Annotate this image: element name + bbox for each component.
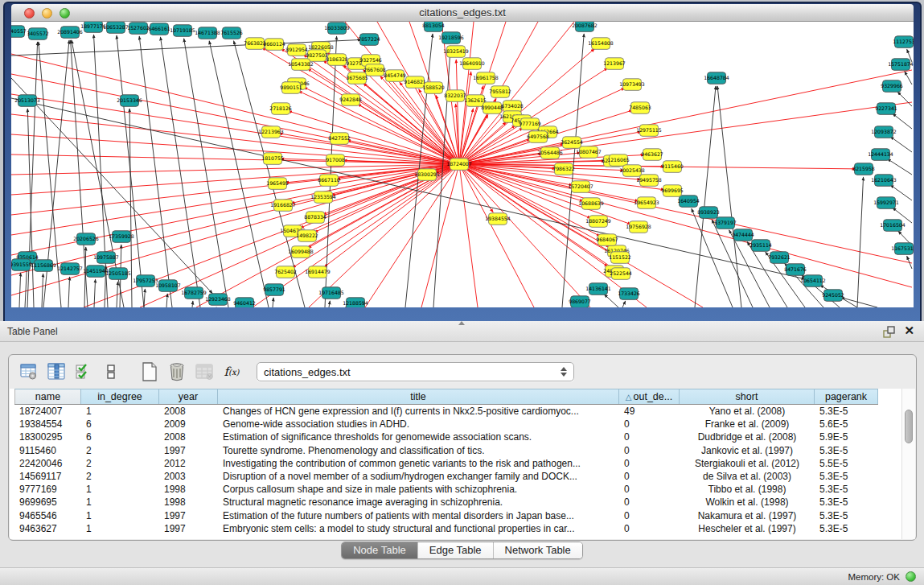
- graph-node[interactable]: 1213967: [603, 58, 626, 70]
- table-settings-icon[interactable]: [18, 361, 39, 382]
- graph-node[interactable]: 6734028: [501, 101, 524, 113]
- graph-node[interactable]: 12505185: [105, 268, 131, 280]
- graph-node[interactable]: 9474444: [732, 229, 754, 241]
- graph-node[interactable]: 18325419: [443, 46, 469, 58]
- table-row[interactable]: 1938455462009Genome-wide association stu…: [14, 418, 878, 431]
- graph-node[interactable]: 8186328: [326, 54, 348, 66]
- graph-node[interactable]: 12923468: [205, 294, 231, 306]
- graph-node[interactable]: 7932621: [768, 252, 791, 264]
- graph-node[interactable]: 3405572: [27, 28, 49, 40]
- graph-node[interactable]: 8427552: [328, 133, 351, 145]
- graph-node[interactable]: 8912954: [285, 44, 308, 56]
- graph-node[interactable]: 9242848: [339, 94, 362, 106]
- graph-node[interactable]: 10654112: [800, 275, 826, 287]
- graph-node[interactable]: 9460412: [233, 298, 256, 307]
- graph-node[interactable]: 1640954: [677, 196, 700, 207]
- graph-node[interactable]: 16914479: [305, 266, 331, 278]
- graph-node[interactable]: 1527602: [127, 23, 150, 35]
- graph-node[interactable]: 12142757: [57, 263, 83, 275]
- graph-node[interactable]: 9227341: [875, 103, 897, 115]
- graph-node[interactable]: 8813054: [422, 22, 445, 31]
- graph-node[interactable]: 19166827: [270, 200, 296, 211]
- graph-node[interactable]: 1965495: [266, 178, 289, 190]
- graph-node[interactable]: 7485063: [629, 102, 651, 114]
- graph-node[interactable]: 12213963: [258, 126, 284, 138]
- column-header-title[interactable]: title: [218, 389, 619, 404]
- graph-node[interactable]: 18977176: [80, 22, 106, 32]
- graph-node[interactable]: 11675312: [891, 243, 914, 255]
- graph-node[interactable]: 8667110: [318, 175, 340, 187]
- scrollbar-thumb[interactable]: [905, 410, 913, 443]
- graph-node[interactable]: 9699695: [661, 185, 684, 197]
- graph-node[interactable]: 16210643: [871, 175, 897, 187]
- zoom-window-button[interactable]: [60, 8, 70, 19]
- graph-node[interactable]: 20087682: [572, 22, 598, 31]
- graph-node[interactable]: 10543382: [288, 59, 314, 71]
- graph-node[interactable]: 14136141: [585, 283, 611, 295]
- graph-node[interactable]: 20153346: [117, 95, 142, 107]
- table-row[interactable]: 946554611997Estimation of the future num…: [14, 509, 878, 522]
- graph-node[interactable]: 1940557: [11, 26, 27, 38]
- graph-node[interactable]: 6466161: [148, 23, 170, 35]
- graph-node[interactable]: 18300295: [414, 169, 440, 181]
- graph-node[interactable]: 9684067: [596, 234, 618, 246]
- column-header-in_degree[interactable]: in_degree: [81, 389, 159, 404]
- graph-node[interactable]: 8454749: [384, 70, 406, 82]
- table-row[interactable]: 1872400712008Changes of HCN gene express…: [14, 405, 878, 418]
- graph-node[interactable]: 2667608: [363, 64, 386, 76]
- graph-node[interactable]: 15751874: [888, 59, 914, 71]
- column-header-name[interactable]: name: [14, 389, 81, 404]
- graph-node[interactable]: 12188594: [343, 298, 368, 307]
- graph-node[interactable]: 19654923: [634, 197, 659, 208]
- table-row[interactable]: 977716911998Corpus callosum shape and si…: [14, 483, 878, 496]
- graph-node[interactable]: 14671388: [195, 27, 220, 39]
- graph-node[interactable]: 9777169: [519, 118, 541, 130]
- graph-node[interactable]: 8990448: [481, 102, 503, 114]
- graph-node[interactable]: 2935114: [749, 240, 772, 252]
- tab-node-table[interactable]: Node Table: [342, 542, 418, 558]
- graph-node[interactable]: 17957253: [133, 275, 158, 287]
- table-row[interactable]: 946362711997Embryonic stem cells: a mode…: [14, 522, 878, 535]
- pane-resize-handle-icon[interactable]: [457, 320, 466, 326]
- graph-node[interactable]: 16648784: [704, 72, 729, 84]
- delete-trash-icon[interactable]: [166, 361, 187, 382]
- graph-node[interactable]: 10653287: [103, 22, 129, 33]
- column-header-year[interactable]: year: [159, 389, 218, 404]
- minimize-window-button[interactable]: [42, 8, 52, 19]
- graph-node[interactable]: 20206526: [73, 233, 99, 245]
- window-title-bar[interactable]: citations_edges.txt: [11, 4, 914, 22]
- graph-node[interactable]: 20513073: [14, 95, 40, 107]
- graph-node[interactable]: 8322037: [444, 90, 466, 102]
- graph-node[interactable]: 3624554: [561, 137, 583, 149]
- graph-node[interactable]: 16033809: [324, 23, 350, 35]
- graph-node[interactable]: 1810755: [261, 153, 284, 165]
- graph-node[interactable]: 10973493: [619, 79, 645, 91]
- graph-node[interactable]: 9660124: [263, 39, 285, 51]
- table-row[interactable]: 969969511998Structural magnetic resonanc…: [14, 496, 878, 509]
- tab-network-table[interactable]: Network Table: [494, 542, 582, 558]
- table-row[interactable]: 2242004622012Investigating the contribut…: [14, 457, 878, 470]
- graph-node[interactable]: 10975887: [93, 252, 119, 264]
- graph-node[interactable]: 1112753: [893, 36, 914, 48]
- graph-node[interactable]: 8471676: [784, 264, 807, 276]
- graph-node[interactable]: 11451944: [83, 266, 109, 278]
- graph-node[interactable]: 9245052: [822, 290, 844, 302]
- graph-node[interactable]: 16099488: [288, 246, 314, 258]
- vertical-boxes-icon[interactable]: [101, 361, 121, 382]
- vertical-scrollbar[interactable]: [901, 389, 915, 539]
- graph-node[interactable]: 7625402: [274, 266, 297, 278]
- graph-node[interactable]: 2718126: [269, 103, 292, 115]
- citation-network-graph[interactable]: 1940557340557220891406189771761065328715…: [11, 22, 914, 307]
- column-header-pagerank[interactable]: pagerank: [815, 389, 878, 404]
- graph-node[interactable]: 6379197: [714, 217, 737, 229]
- graph-node[interactable]: 16961758: [473, 72, 499, 84]
- graph-node[interactable]: 18807249: [585, 216, 611, 228]
- graph-node[interactable]: 9890151: [280, 82, 302, 94]
- graph-node[interactable]: 10688639: [578, 198, 604, 209]
- graph-node[interactable]: 18640910: [459, 58, 485, 70]
- graph-node[interactable]: 9857791: [263, 284, 285, 296]
- graph-node[interactable]: 917008: [326, 154, 345, 167]
- graph-node[interactable]: 20891406: [57, 27, 83, 39]
- graph-node[interactable]: 8938923: [697, 207, 720, 219]
- graph-node[interactable]: 7986322: [552, 163, 575, 175]
